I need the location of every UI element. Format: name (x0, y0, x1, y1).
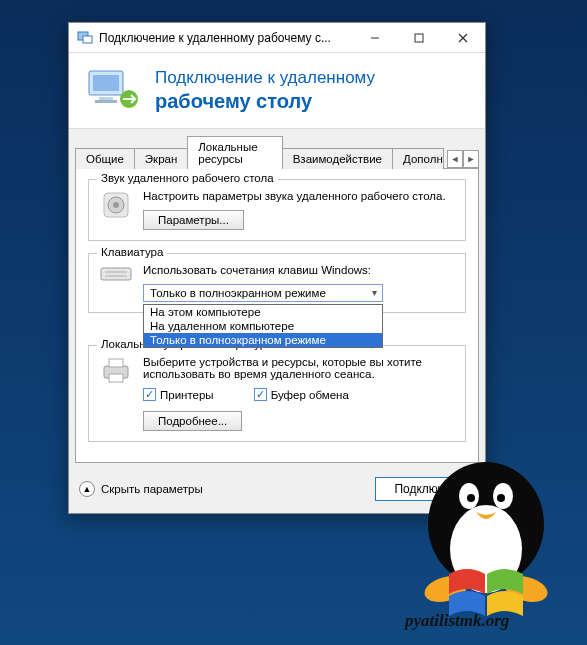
tab-scroll: ◄ ► (447, 150, 479, 168)
devices-more-button[interactable]: Подробнее... (143, 411, 242, 431)
rdp-dialog-window: Подключение к удаленному рабочему с... (68, 22, 486, 514)
tab-general[interactable]: Общие (75, 148, 135, 169)
dialog-footer: ▲ Скрыть параметры Подключит (69, 469, 485, 513)
check-icon: ✓ (254, 388, 267, 401)
titlebar: Подключение к удаленному рабочему с... (69, 23, 485, 53)
maximize-button[interactable] (397, 23, 441, 53)
app-icon (77, 30, 93, 46)
hide-options-label: Скрыть параметры (101, 483, 203, 495)
svg-point-27 (502, 572, 551, 607)
audio-group-title: Звук удаленного рабочего стола (97, 172, 278, 184)
audio-settings-button[interactable]: Параметры... (143, 210, 244, 230)
svg-rect-1 (83, 36, 92, 43)
keyboard-group-title: Клавиатура (97, 246, 167, 258)
devices-group: Локальные устройства и ресурсы Выберите … (88, 345, 466, 442)
tab-panel: Звук удаленного рабочего стола Настроить… (75, 168, 479, 463)
tab-scroll-right[interactable]: ► (463, 150, 479, 168)
window-controls (353, 23, 485, 53)
keyboard-group: Клавиатура Использовать сочетания клавиш… (88, 253, 466, 313)
svg-point-21 (450, 505, 522, 593)
check-icon: ✓ (143, 388, 156, 401)
keyboard-label: Использовать сочетания клавиш Windows: (143, 264, 455, 276)
audio-group: Звук удаленного рабочего стола Настроить… (88, 179, 466, 241)
dropdown-option[interactable]: На удаленном компьютере (144, 319, 382, 333)
printers-label: Принтеры (160, 389, 214, 401)
chevron-up-icon: ▲ (79, 481, 95, 497)
close-button[interactable] (441, 23, 485, 53)
minimize-button[interactable] (353, 23, 397, 53)
tab-bar: Общие Экран Локальные ресурсы Взаимодейс… (69, 129, 485, 168)
banner-text: Подключение к удаленному рабочему столу (155, 67, 375, 113)
keyboard-icon (99, 264, 133, 302)
speaker-icon (99, 190, 133, 230)
tab-display[interactable]: Экран (134, 148, 188, 169)
dropdown-option-selected[interactable]: Только в полноэкранном режиме (144, 333, 382, 347)
rdp-logo-icon (87, 67, 141, 114)
svg-rect-14 (101, 268, 131, 280)
tab-scroll-left[interactable]: ◄ (447, 150, 463, 168)
banner: Подключение к удаленному рабочему столу (69, 53, 485, 129)
svg-rect-19 (109, 374, 123, 382)
svg-point-23 (493, 483, 513, 509)
svg-rect-7 (93, 75, 119, 91)
dropdown-option[interactable]: На этом компьютере (144, 305, 382, 319)
banner-line1: Подключение к удаленному (155, 67, 375, 88)
printer-icon (99, 356, 133, 431)
keyboard-combo-select[interactable]: Только в полноэкранном режиме (143, 284, 383, 302)
svg-rect-9 (95, 100, 117, 103)
printers-checkbox[interactable]: ✓ Принтеры (143, 388, 214, 401)
svg-point-13 (113, 202, 119, 208)
hide-options-toggle[interactable]: ▲ Скрыть параметры (79, 481, 203, 497)
clipboard-label: Буфер обмена (271, 389, 349, 401)
svg-point-26 (422, 572, 471, 607)
svg-rect-3 (415, 34, 423, 42)
window-title: Подключение к удаленному рабочему с... (99, 31, 353, 45)
devices-desc: Выберите устройства и ресурсы, которые в… (143, 356, 455, 380)
svg-rect-18 (109, 359, 123, 367)
keyboard-combo-dropdown: На этом компьютере На удаленном компьюте… (143, 304, 383, 348)
watermark-text: pyatilistmk.org (405, 611, 509, 631)
connect-button[interactable]: Подключит (375, 477, 475, 501)
svg-point-25 (497, 494, 505, 502)
clipboard-checkbox[interactable]: ✓ Буфер обмена (254, 388, 349, 401)
tab-local-resources[interactable]: Локальные ресурсы (187, 136, 282, 169)
audio-desc: Настроить параметры звука удаленного раб… (143, 190, 455, 202)
tab-advanced[interactable]: Дополни (392, 148, 444, 169)
svg-rect-8 (99, 97, 113, 100)
banner-line2: рабочему столу (155, 89, 375, 114)
tab-experience[interactable]: Взаимодействие (282, 148, 393, 169)
